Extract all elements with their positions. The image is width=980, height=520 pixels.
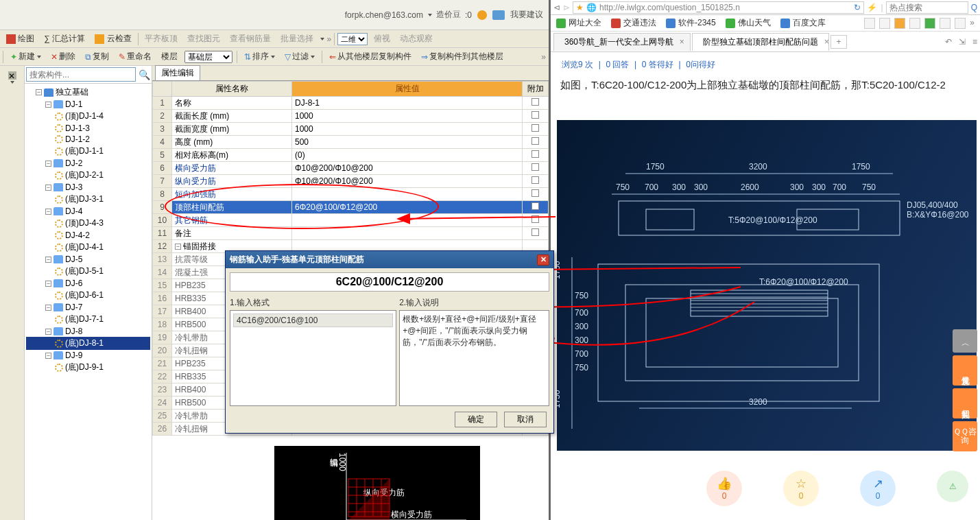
tab-action-icon[interactable]: ↶	[945, 37, 952, 47]
tree-root[interactable]: −独立基础	[26, 86, 150, 99]
tab-close-icon[interactable]: ×	[680, 37, 684, 47]
prop-row[interactable]: 8短向加强筋	[153, 188, 549, 201]
rename-button[interactable]: ✎重命名	[116, 50, 154, 63]
browser-tab[interactable]: 阶型独立基础顶部柱间配筋问题×	[692, 33, 829, 51]
back-to-top-button[interactable]: ︿	[953, 329, 977, 353]
tree-item[interactable]: (底)DJ-8-1	[26, 337, 150, 350]
tree-item[interactable]: (底)DJ-2-1	[26, 169, 150, 182]
bookmark-item[interactable]: 百度文库	[780, 17, 826, 29]
ext-icon[interactable]	[940, 18, 951, 29]
tree-item[interactable]: (底)DJ-6-1	[26, 289, 150, 302]
email-dropdown-icon[interactable]	[428, 14, 432, 16]
tree-item[interactable]: DJ-4-2	[26, 230, 150, 241]
tree-node-DJ-5[interactable]: −DJ-5	[26, 254, 150, 265]
feedback-button[interactable]: 意见反馈	[953, 355, 977, 386]
prop-row[interactable]: 9顶部柱间配筋6Φ20@100/Φ12@200	[153, 201, 549, 214]
bookmark-item[interactable]: 交通违法	[611, 17, 656, 29]
sort-button[interactable]: ⇅排序	[241, 50, 278, 63]
tree-item[interactable]: (底)DJ-7-1	[26, 313, 150, 326]
tree-node-DJ-8[interactable]: −DJ-8	[26, 326, 150, 337]
qq-consult-button[interactable]: ＱＱ咨询	[953, 421, 977, 451]
floor-select[interactable]: 基础层	[184, 51, 232, 63]
tree-node-DJ-3[interactable]: −DJ-3	[26, 182, 150, 193]
floor-button[interactable]: 楼层	[158, 50, 180, 63]
sum-button[interactable]: ∑ 汇总计算	[40, 32, 88, 45]
browser-search-input[interactable]	[886, 1, 968, 14]
top-view-button[interactable]: 俯视	[370, 32, 394, 45]
tree-node-DJ-4[interactable]: −DJ-4	[26, 206, 150, 217]
find-element-button[interactable]: 查找图元	[184, 32, 224, 45]
tab-action-icon[interactable]: ⇲	[959, 37, 966, 47]
refresh-icon[interactable]: ↻	[854, 3, 861, 12]
url-input[interactable]: ★ 🌐 http://e.iwlgx.com/question_1501825.…	[573, 1, 864, 14]
copy-to-floor-button[interactable]: ⇒复制构件到其他楼层	[418, 50, 506, 63]
tree-body[interactable]: −独立基础−DJ-1(顶)DJ-1-4DJ-1-3DJ-1-2(底)DJ-1-1…	[25, 84, 152, 520]
ext-icon[interactable]	[894, 18, 905, 29]
forward-icon[interactable]: ⊳	[563, 3, 570, 12]
tree-item[interactable]: (底)DJ-3-1	[26, 193, 150, 206]
tree-node-DJ-6[interactable]: −DJ-6	[26, 278, 150, 289]
tree-item[interactable]: (底)DJ-9-1	[26, 361, 150, 374]
dialog-titlebar[interactable]: 钢筋输入助手-独基单元顶部柱间配筋 ✕	[226, 251, 553, 268]
prop-row[interactable]: 10其它钢筋	[153, 214, 549, 227]
share-button[interactable]: ↗0	[860, 471, 896, 506]
prop-row[interactable]: 11备注	[153, 227, 549, 240]
draw-button[interactable]: 绘图	[3, 32, 38, 45]
tab-close-icon[interactable]: ×	[824, 37, 829, 47]
format-item[interactable]: 4C16@200/C16@100	[233, 314, 393, 327]
bookmark-more-icon[interactable]: »	[970, 18, 975, 29]
view-steel-button[interactable]: 查看钢筋量	[226, 32, 274, 45]
ext-icon[interactable]	[879, 18, 890, 29]
ext-icon[interactable]	[909, 18, 920, 29]
prop-row[interactable]: 6横向受力筋Φ10@200/Φ10@200	[153, 162, 549, 175]
input-format-list[interactable]: 4C16@200/C16@100	[230, 310, 396, 406]
dialog-ok-button[interactable]: 确定	[455, 412, 497, 427]
tree-node-DJ-2[interactable]: −DJ-2	[26, 158, 150, 169]
tree-item[interactable]: DJ-1-3	[26, 123, 150, 134]
flash-icon[interactable]: ⚡	[867, 3, 877, 12]
favorite-button[interactable]: ☆0	[783, 471, 819, 506]
prop-row[interactable]: 5相对底标高(m)(0)	[153, 149, 549, 162]
filter-button[interactable]: ▽过滤	[282, 50, 318, 63]
bookmark-item[interactable]: 网址大全	[556, 17, 601, 29]
bookmark-item[interactable]: 软件-2345	[666, 17, 716, 29]
tab-action-icon[interactable]: ≡	[972, 37, 977, 47]
tree-item[interactable]: (底)DJ-1-1	[26, 145, 150, 158]
new-button[interactable]: ✦新建	[8, 50, 44, 63]
tree-item[interactable]: (底)DJ-5-1	[26, 265, 150, 278]
prop-row[interactable]: 4高度 (mm)500	[153, 136, 549, 149]
dynamic-view-button[interactable]: 动态观察	[396, 32, 436, 45]
delete-button[interactable]: ✕删除	[48, 50, 78, 63]
suggest-link[interactable]: 我要建议	[510, 9, 543, 21]
prop-row[interactable]: 3截面宽度 (mm)1000	[153, 123, 549, 136]
tree-node-DJ-1[interactable]: −DJ-1	[26, 99, 150, 110]
tree-search-input[interactable]	[26, 67, 136, 82]
suggest-icon[interactable]	[492, 10, 505, 20]
tree-item[interactable]: DJ-1-2	[26, 134, 150, 145]
back-icon[interactable]: ⊲	[553, 3, 560, 12]
sidebar-collapse-icon[interactable]	[10, 81, 14, 84]
tree-item[interactable]: (底)DJ-4-1	[26, 241, 150, 254]
new-tab-button[interactable]: +	[830, 35, 847, 49]
follow-us-button[interactable]: 关注我们	[953, 388, 977, 418]
search-go-icon[interactable]: Q	[971, 3, 977, 12]
copy-button[interactable]: ⧉复制	[82, 50, 112, 63]
flat-slab-button[interactable]: 平齐板顶	[141, 32, 181, 45]
browser-tab[interactable]: 360导航_新一代安全上网导航×	[553, 33, 691, 51]
prop-row[interactable]: 1名称DJ-8-1	[153, 97, 549, 110]
properties-tab[interactable]: 属性编辑	[155, 65, 200, 80]
dimension-select[interactable]: 二维	[337, 33, 368, 45]
search-icon[interactable]: 🔍	[137, 66, 152, 83]
ext-icon[interactable]	[955, 18, 966, 29]
tree-item[interactable]: (顶)DJ-4-3	[26, 217, 150, 230]
prop-row[interactable]: 2截面长度 (mm)1000	[153, 110, 549, 123]
prop-row[interactable]: 7纵向受力筋Φ10@200/Φ10@200	[153, 175, 549, 188]
dialog-cancel-button[interactable]: 取消	[504, 412, 547, 427]
copy-from-floor-button[interactable]: ⇐从其他楼层复制构件	[326, 50, 414, 63]
cloud-check-button[interactable]: 云检查	[91, 32, 134, 45]
tree-node-DJ-7[interactable]: −DJ-7	[26, 302, 150, 313]
report-button[interactable]: ⚠	[937, 471, 968, 502]
tree-node-DJ-9[interactable]: −DJ-9	[26, 350, 150, 361]
ext-icon[interactable]	[924, 18, 935, 29]
like-button[interactable]: 👍0	[706, 471, 742, 506]
